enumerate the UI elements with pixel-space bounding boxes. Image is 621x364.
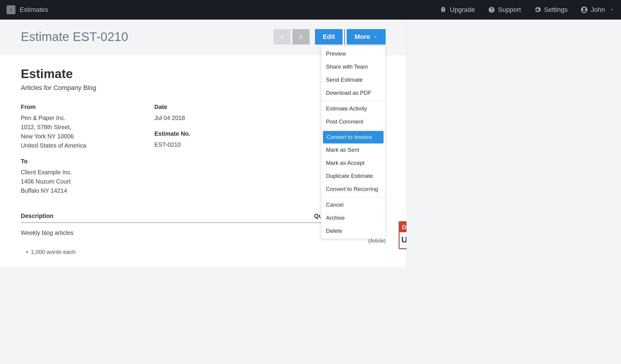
badge-top: D bbox=[400, 222, 406, 232]
edit-button[interactable]: Edit bbox=[315, 29, 343, 45]
from-line: United States of America bbox=[21, 141, 154, 150]
from-line: Pen & Paper Inc. bbox=[21, 113, 154, 123]
dropdown-item[interactable]: Send Estimate bbox=[321, 73, 385, 86]
dropdown-item[interactable]: Convert to Invoice bbox=[323, 131, 384, 143]
breadcrumb[interactable]: Estimates bbox=[20, 6, 48, 14]
dropdown-divider bbox=[321, 101, 385, 101]
page: Estimate EST-0210 Edit More PreviewShare… bbox=[0, 20, 407, 267]
upgrade-link[interactable]: Upgrade bbox=[440, 6, 475, 14]
support-link[interactable]: Support bbox=[488, 6, 521, 14]
topbar: Estimates Upgrade Support Settings John bbox=[0, 0, 621, 20]
dropdown-item[interactable]: Convert to Recurring bbox=[321, 183, 385, 196]
dropdown-item[interactable]: Mark as Accept bbox=[321, 156, 385, 170]
next-button[interactable] bbox=[292, 29, 310, 45]
date-value: Jul 04 2018 bbox=[154, 113, 288, 123]
upgrade-label: Upgrade bbox=[450, 6, 475, 14]
user-menu[interactable]: John bbox=[581, 6, 614, 14]
to-line: Client Example Inc. bbox=[21, 168, 154, 177]
item-description: Weekly blog articles bbox=[21, 230, 297, 236]
to-label: To bbox=[21, 158, 154, 165]
settings-link[interactable]: Settings bbox=[534, 6, 568, 14]
dropdown-item[interactable]: Post Comment bbox=[321, 115, 385, 128]
settings-label: Settings bbox=[544, 6, 568, 14]
user-name: John bbox=[591, 6, 605, 14]
chevron-left-icon bbox=[9, 8, 13, 12]
from-line: 1012, 578th Street, bbox=[21, 123, 154, 132]
question-icon bbox=[488, 6, 495, 13]
to-line: Buffalo NY 14214 bbox=[21, 186, 154, 195]
rocket-icon bbox=[440, 6, 447, 13]
to-line: 1406 Nuzum Court bbox=[21, 177, 154, 186]
dropdown-item[interactable]: Archive bbox=[321, 211, 385, 224]
more-label: More bbox=[354, 33, 370, 41]
dropdown-item[interactable]: Estimate Activity bbox=[321, 102, 385, 115]
header-actions: Edit More PreviewShare with TeamSend Est… bbox=[273, 29, 386, 45]
date-label: Date bbox=[154, 104, 288, 110]
avatar-icon bbox=[581, 6, 588, 13]
item-sub-text: 1,000 words each bbox=[31, 249, 75, 255]
dropdown-item[interactable]: Preview bbox=[321, 47, 385, 60]
chevron-right-icon bbox=[298, 34, 304, 39]
gear-icon bbox=[534, 6, 541, 13]
prev-button[interactable] bbox=[273, 29, 291, 45]
dropdown-item[interactable]: Download as PDF bbox=[321, 86, 385, 99]
support-label: Support bbox=[498, 6, 521, 14]
from-line: New York NY 10006 bbox=[21, 132, 154, 141]
bullet-icon bbox=[26, 251, 28, 253]
dropdown-divider bbox=[321, 197, 385, 197]
page-title: Estimate EST-0210 bbox=[21, 30, 128, 44]
dropdown-divider bbox=[321, 129, 385, 130]
page-header: Estimate EST-0210 Edit More PreviewShare… bbox=[0, 20, 406, 55]
estno-label: Estimate No. bbox=[154, 130, 288, 137]
badge-bottom: U bbox=[400, 232, 406, 245]
item-sub: 1,000 words each bbox=[21, 244, 386, 255]
chevron-up-icon bbox=[373, 34, 378, 39]
more-dropdown: PreviewShare with TeamSend EstimateDownl… bbox=[321, 46, 386, 239]
chevron-left-icon bbox=[279, 34, 285, 39]
chevron-down-icon bbox=[610, 7, 614, 12]
back-button[interactable] bbox=[7, 5, 15, 14]
estno-value: EST-0210 bbox=[154, 140, 288, 149]
dropdown-item[interactable]: Share with Team bbox=[321, 60, 385, 73]
dropdown-item[interactable]: Cancel bbox=[321, 198, 385, 211]
dropdown-item[interactable]: Mark as Sent bbox=[321, 143, 385, 156]
more-button[interactable]: More bbox=[347, 29, 386, 45]
from-to-column: From Pen & Paper Inc.1012, 578th Street,… bbox=[21, 104, 154, 195]
dropdown-item[interactable]: Delete bbox=[321, 224, 385, 238]
from-label: From bbox=[21, 104, 154, 110]
status-badge: D U bbox=[399, 221, 406, 249]
dropdown-item[interactable]: Duplicate Estimate bbox=[321, 170, 385, 183]
header-description: Description bbox=[21, 213, 297, 219]
date-column: Date Jul 04 2018 Estimate No. EST-0210 bbox=[154, 104, 288, 195]
